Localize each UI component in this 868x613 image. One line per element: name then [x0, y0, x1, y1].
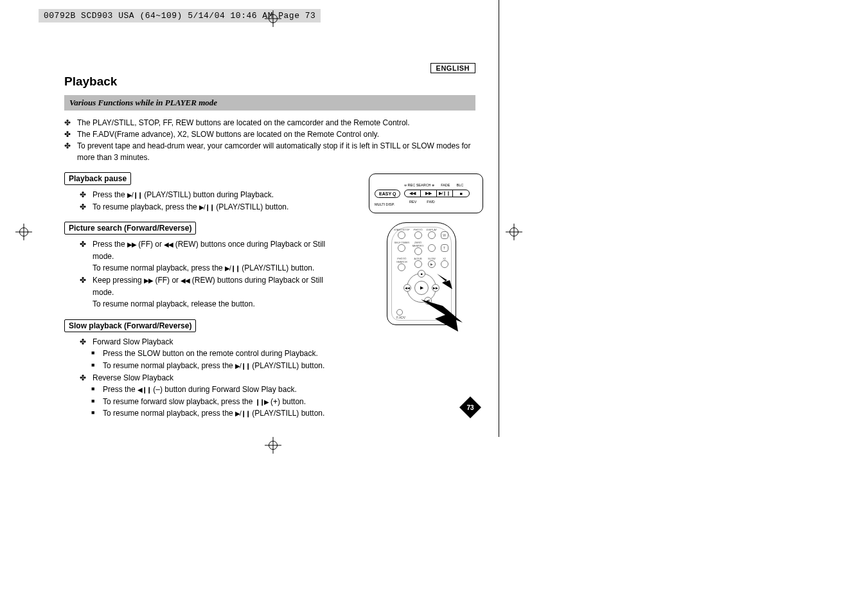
play-pause-icon: ▶/❙❙ [235, 361, 250, 371]
play-pause-icon: ▶/❙❙ [127, 190, 142, 200]
play-still-button: ▶/❙❙ [437, 190, 453, 197]
start-stop-button [398, 231, 405, 239]
list-item: ■Press the ◀❙❙ (–) button during Forward… [91, 384, 475, 396]
ff-icon: ▶▶ [144, 276, 153, 286]
ff-icon: ▶▶ [127, 240, 136, 250]
search-list: ✤ Press the ▶▶ (FF) or ◀◀ (REW) buttons … [64, 238, 334, 310]
page-gutter-rule [499, 0, 499, 437]
easy-button: EASY Q [375, 190, 400, 198]
fadv-button [396, 309, 403, 315]
language-indicator: ENGLISH [430, 63, 475, 73]
easy-q-icon: Q [393, 191, 396, 196]
play-pause-icon: ▶/❙❙ [199, 202, 214, 213]
intro-text: To prevent tape and head-drum wear, your… [77, 140, 475, 163]
cropmark-top [265, 10, 281, 27]
remote-left-button: ◀◀ [403, 284, 411, 292]
remote-label: ZERO MEMORY [412, 241, 424, 247]
section-heading-search: Picture search (Forward/Reverse) [64, 222, 196, 235]
list-item: ✤ Press the ▶▶ (FF) or ◀◀ (REW) buttons … [80, 238, 334, 274]
rew-icon: ◀◀ [181, 276, 190, 286]
slow-button: ▶ [428, 260, 436, 268]
page-title: Playback [64, 75, 475, 89]
date-time-button [428, 244, 436, 252]
slow-list-2: ✤Reverse Slow Playback [64, 372, 475, 384]
panel-top-labels: ⊖ REC SEARCH ⊕ FADE BLC [404, 183, 463, 187]
remote-label: DISPLAY [427, 228, 438, 231]
intro-item: ✤The F.ADV(Frame advance), X2, SLOW butt… [64, 129, 475, 140]
remote-button-grid: START/STOP PHOTO DISPLAY W SELF TIMER ZE… [394, 228, 449, 271]
rec-search-label: ⊖ REC SEARCH ⊕ [404, 183, 434, 187]
intro-item: ✤To prevent tape and head-drum wear, you… [64, 140, 475, 163]
list-item: ■Press the SLOW button on the remote con… [91, 348, 475, 360]
list-item: ✤ Keep pressing ▶▶ (FF) or ◀◀ (REW) butt… [80, 274, 334, 310]
display-button [428, 231, 436, 239]
section-heading-slow: Slow playback (Forward/Reverse) [64, 319, 196, 332]
remote-label: PHOTO [412, 228, 424, 231]
remote-up-button: ■ [418, 270, 425, 278]
list-item: ✤Forward Slow Playback [80, 336, 475, 348]
x2-button [441, 260, 448, 268]
remote-label: START/STOP [394, 228, 410, 231]
cropmark-bottom [265, 437, 281, 454]
zero-memory-button [414, 247, 422, 255]
photo-search-button [398, 263, 405, 271]
list-item: ■To resume normal playback, press the ▶/… [91, 360, 475, 372]
list-item: ■To resume forward slow playback, press … [91, 396, 475, 408]
slow-list: ✤Forward Slow Playback [64, 336, 475, 348]
intro-item: ✤The PLAY/STILL, STOP, FF, REW buttons a… [64, 117, 475, 129]
photo-button [414, 231, 422, 239]
section-heading-pause: Playback pause [64, 172, 131, 185]
page-number: 73 [463, 400, 478, 415]
rew-button: ◀◀ [405, 190, 421, 197]
remote-label: SLOW [427, 257, 438, 260]
multi-disp-label: MULTI DISP. [375, 202, 394, 206]
slow-forward-sublist: ■Press the SLOW button on the remote con… [64, 348, 475, 371]
list-item: ✤Reverse Slow Playback [80, 372, 475, 384]
remote-dpad: ▶ ◀◀ ▶▶ ■ ◀|| [407, 273, 436, 303]
self-timer-button [398, 244, 405, 252]
play-pause-icon: ▶/❙❙ [225, 263, 240, 274]
manual-page: ENGLISH Playback Various Functions while… [64, 63, 475, 420]
ff-button: ▶▶ [421, 190, 437, 197]
stop-button: ■ [453, 190, 469, 197]
remote-label: PHOTO SEARCH [394, 257, 410, 263]
callout-arrow-small [437, 274, 452, 289]
svg-marker-0 [421, 299, 463, 332]
list-item: ■To resume normal playback, press the ▶/… [91, 407, 475, 420]
remote-label: A.DUB [412, 257, 424, 260]
intro-text: The PLAY/STILL, STOP, FF, REW buttons ar… [77, 117, 410, 129]
cropmark-right [506, 224, 522, 240]
rev-step-icon: ◀❙❙ [137, 385, 151, 395]
camcorder-panel-diagram: EASY Q MULTI DISP. ⊖ REC SEARCH ⊕ FADE B… [369, 173, 483, 213]
svg-marker-1 [437, 274, 452, 289]
rew-icon: ◀◀ [164, 240, 173, 250]
intro-list: ✤The PLAY/STILL, STOP, FF, REW buttons a… [64, 117, 475, 163]
fadv-label: F.ADV [396, 315, 405, 319]
cropmark-left [15, 224, 32, 240]
remote-label: X2 [439, 257, 449, 260]
section-subtitle: Various Functions while in PLAYER mode [64, 95, 475, 111]
fwd-step-icon: ❙❙▶ [255, 397, 269, 407]
rev-label: REV [409, 200, 416, 204]
play-pause-icon: ▶/❙❙ [235, 409, 250, 419]
zoom-t-button: T [441, 244, 448, 252]
fade-label: FADE [441, 183, 450, 187]
panel-bottom-labels: REV FWD [409, 200, 435, 204]
fwd-label: FWD [427, 200, 435, 204]
panel-button-row: ◀◀ ▶▶ ▶/❙❙ ■ [404, 190, 470, 197]
zoom-w-button: W [441, 231, 448, 239]
remote-play-button: ▶ [414, 281, 429, 295]
callout-arrow [421, 299, 479, 332]
slow-reverse-sublist: ■Press the ◀❙❙ (–) button during Forward… [64, 384, 475, 420]
blc-label: BLC [457, 183, 464, 187]
remote-label: SELF TIMER [394, 241, 410, 244]
page-number-badge: 73 [463, 400, 478, 415]
intro-text: The F.ADV(Frame advance), X2, SLOW butto… [77, 129, 379, 140]
adub-button [414, 260, 422, 268]
